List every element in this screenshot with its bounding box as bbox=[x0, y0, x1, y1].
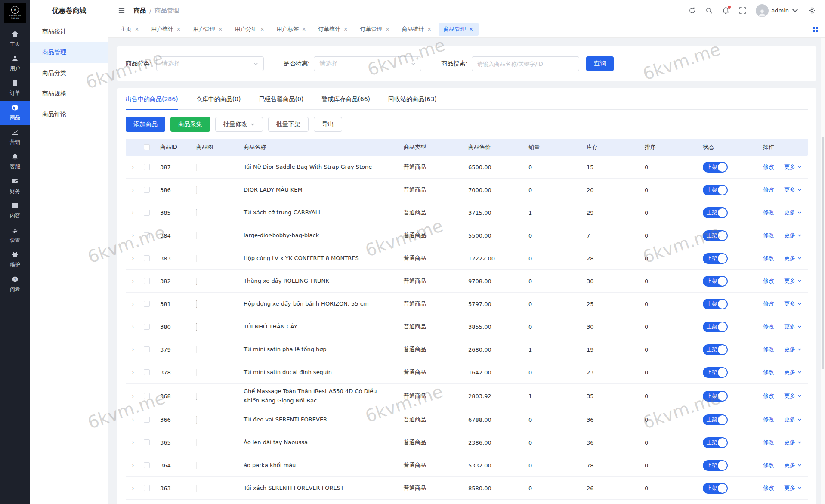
row-checkbox[interactable] bbox=[144, 187, 150, 193]
sidebar-item-商品规格[interactable]: 商品规格 bbox=[30, 83, 108, 104]
more-link[interactable]: 更多 bbox=[784, 277, 802, 285]
query-button[interactable]: 查询 bbox=[586, 56, 614, 71]
expand-row-icon[interactable]: › bbox=[132, 323, 134, 331]
product-image[interactable] bbox=[196, 369, 197, 376]
onshelf-toggle[interactable]: 上架 bbox=[703, 483, 728, 494]
row-checkbox[interactable] bbox=[144, 255, 150, 261]
rail-item-客服[interactable]: 客服 bbox=[0, 150, 30, 174]
onshelf-toggle[interactable]: 上架 bbox=[703, 185, 728, 195]
expand-row-icon[interactable]: › bbox=[132, 209, 134, 216]
edit-link[interactable]: 修改 bbox=[763, 186, 774, 194]
edit-link[interactable]: 修改 bbox=[763, 254, 774, 262]
user-menu[interactable]: admin bbox=[756, 4, 799, 17]
product-image[interactable] bbox=[196, 300, 197, 308]
batch-offshelf-button[interactable]: 批量下架 bbox=[268, 117, 309, 132]
rail-item-商品[interactable]: 商品 bbox=[0, 101, 30, 125]
open-tab-用户标签[interactable]: 用户标签 × bbox=[271, 23, 311, 36]
product-image[interactable] bbox=[196, 346, 197, 353]
open-tab-订单统计[interactable]: 订单统计 × bbox=[313, 23, 353, 36]
rail-item-问卷[interactable]: ? 问卷 bbox=[0, 272, 30, 297]
row-checkbox[interactable] bbox=[144, 346, 150, 352]
status-tab[interactable]: 警戒库存商品(66) bbox=[321, 88, 370, 109]
row-checkbox[interactable] bbox=[144, 439, 150, 445]
category-select[interactable]: 请选择 bbox=[156, 56, 264, 71]
gear-icon[interactable] bbox=[808, 7, 816, 14]
special-select[interactable]: 请选择 bbox=[314, 56, 421, 71]
notification-bell-icon[interactable] bbox=[722, 7, 729, 14]
product-image[interactable] bbox=[196, 164, 197, 171]
status-tab[interactable]: 出售中的商品(286) bbox=[126, 88, 178, 109]
expand-row-icon[interactable]: › bbox=[132, 232, 134, 239]
onshelf-toggle[interactable]: 上架 bbox=[703, 367, 728, 378]
batch-edit-button[interactable]: 批量修改 bbox=[215, 117, 263, 132]
product-image[interactable] bbox=[196, 416, 197, 424]
more-link[interactable]: 更多 bbox=[784, 300, 802, 308]
expand-row-icon[interactable]: › bbox=[132, 485, 134, 492]
status-tab[interactable]: 仓库中的商品(0) bbox=[196, 88, 241, 109]
edit-link[interactable]: 修改 bbox=[763, 232, 774, 239]
product-image[interactable] bbox=[196, 485, 197, 492]
product-search-input[interactable] bbox=[472, 56, 579, 71]
edit-link[interactable]: 修改 bbox=[763, 439, 774, 446]
more-link[interactable]: 更多 bbox=[784, 163, 802, 171]
more-link[interactable]: 更多 bbox=[784, 439, 802, 446]
expand-row-icon[interactable]: › bbox=[132, 278, 134, 285]
edit-link[interactable]: 修改 bbox=[763, 392, 774, 400]
rail-item-财务[interactable]: 财务 bbox=[0, 174, 30, 199]
rail-item-内容[interactable]: 内容 bbox=[0, 199, 30, 223]
onshelf-toggle[interactable]: 上架 bbox=[703, 276, 728, 287]
product-image[interactable] bbox=[196, 278, 197, 285]
more-link[interactable]: 更多 bbox=[784, 323, 802, 331]
edit-link[interactable]: 修改 bbox=[763, 209, 774, 216]
expand-row-icon[interactable]: › bbox=[132, 393, 134, 400]
expand-row-icon[interactable]: › bbox=[132, 164, 134, 171]
status-tab[interactable]: 回收站的商品(63) bbox=[388, 88, 437, 109]
sidebar-item-商品评论[interactable]: 商品评论 bbox=[30, 104, 108, 125]
fullscreen-icon[interactable] bbox=[739, 7, 746, 14]
row-checkbox[interactable] bbox=[144, 369, 150, 375]
more-link[interactable]: 更多 bbox=[784, 209, 802, 216]
product-image[interactable] bbox=[196, 323, 197, 331]
row-checkbox[interactable] bbox=[144, 232, 150, 238]
tab-close-icon[interactable]: × bbox=[135, 26, 139, 32]
add-product-button[interactable]: 添加商品 bbox=[126, 117, 165, 132]
tab-close-icon[interactable]: × bbox=[176, 26, 181, 32]
rail-item-主页[interactable]: 主页 bbox=[0, 27, 30, 52]
more-link[interactable]: 更多 bbox=[784, 461, 802, 469]
rail-item-订单[interactable]: 订单 bbox=[0, 76, 30, 101]
more-link[interactable]: 更多 bbox=[784, 416, 802, 424]
tab-close-icon[interactable]: × bbox=[218, 26, 222, 32]
rail-item-营销[interactable]: 营销 bbox=[0, 125, 30, 150]
more-link[interactable]: 更多 bbox=[784, 392, 802, 400]
sidebar-item-商品统计[interactable]: 商品统计 bbox=[30, 22, 108, 42]
edit-link[interactable]: 修改 bbox=[763, 300, 774, 308]
row-checkbox[interactable] bbox=[144, 301, 150, 307]
edit-link[interactable]: 修改 bbox=[763, 461, 774, 469]
row-checkbox[interactable] bbox=[144, 164, 150, 170]
expand-row-icon[interactable]: › bbox=[132, 462, 134, 469]
onshelf-toggle[interactable]: 上架 bbox=[703, 322, 728, 332]
product-image[interactable] bbox=[196, 462, 197, 469]
row-checkbox[interactable] bbox=[144, 210, 150, 216]
edit-link[interactable]: 修改 bbox=[763, 277, 774, 285]
expand-row-icon[interactable]: › bbox=[132, 416, 134, 424]
breadcrumb-section[interactable]: 商品 bbox=[134, 7, 146, 15]
row-checkbox[interactable] bbox=[144, 417, 150, 423]
open-tab-用户管理[interactable]: 用户管理 × bbox=[188, 23, 228, 36]
onshelf-toggle[interactable]: 上架 bbox=[703, 230, 728, 241]
expand-row-icon[interactable]: › bbox=[132, 439, 134, 446]
rail-item-用户[interactable]: 用户 bbox=[0, 52, 30, 76]
open-tab-用户统计[interactable]: 用户统计 × bbox=[146, 23, 186, 36]
row-checkbox[interactable] bbox=[144, 393, 150, 399]
tab-close-icon[interactable]: × bbox=[469, 26, 473, 32]
product-image[interactable] bbox=[196, 232, 197, 239]
rail-item-设置[interactable]: 设置 bbox=[0, 223, 30, 248]
more-link[interactable]: 更多 bbox=[784, 368, 802, 376]
onshelf-toggle[interactable]: 上架 bbox=[703, 299, 728, 309]
scrollbar-thumb[interactable] bbox=[822, 137, 824, 369]
more-link[interactable]: 更多 bbox=[784, 232, 802, 239]
page-scrollbar[interactable] bbox=[821, 38, 825, 504]
row-checkbox[interactable] bbox=[144, 278, 150, 284]
edit-link[interactable]: 修改 bbox=[763, 416, 774, 424]
export-button[interactable]: 导出 bbox=[314, 117, 342, 132]
